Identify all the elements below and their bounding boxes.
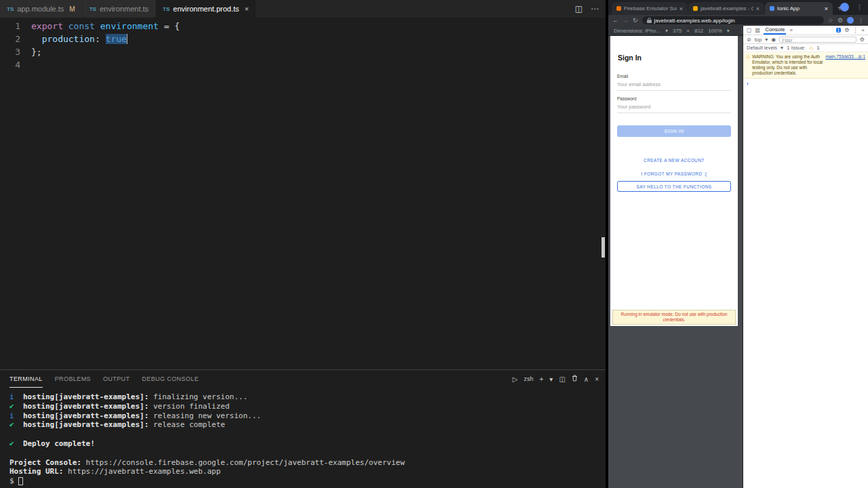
browser-tab[interactable]: Firebase Emulator Suite× [612, 2, 688, 15]
tab-close-icon[interactable]: × [825, 5, 828, 12]
maximize-panel-icon[interactable]: ∧ [584, 375, 589, 383]
new-terminal-icon[interactable]: + [540, 375, 544, 383]
console-levels-bar: Default levels ▾ 1 Issue: ⚠ 1 [743, 44, 868, 52]
tab-close-icon[interactable]: × [756, 5, 760, 12]
code-editor[interactable]: 1export const environment = {2 productio… [0, 18, 606, 369]
browser-content: Dimensions: iPho... ▾ 375 × 812 100% ▾ ⋮… [608, 26, 868, 488]
issues-label[interactable]: 1 Issue: [787, 45, 806, 51]
dimensions-times: × [686, 28, 690, 34]
url-text: javebratt-examples.web.app/login [654, 18, 735, 24]
panel-tab[interactable]: TERMINAL [9, 370, 43, 388]
zoom-caret-icon[interactable]: ▾ [727, 28, 730, 34]
login-form: Email Your email address Password Your p… [610, 74, 738, 192]
code-line: 4 [0, 58, 606, 71]
inspect-element-icon[interactable]: ▢ [747, 27, 752, 33]
context-caret-icon[interactable]: ▾ [765, 37, 768, 43]
line-number: 4 [0, 58, 31, 71]
editor-tab[interactable]: TSenvironment.ts [83, 0, 156, 18]
panel-tab[interactable]: DEBUG CONSOLE [142, 370, 199, 388]
padlock-icon [647, 18, 652, 23]
log-levels-select[interactable]: Default levels [747, 45, 777, 51]
typescript-file-icon: TS [90, 6, 96, 12]
editor-more-actions-icon[interactable]: ⋯ [591, 4, 599, 14]
console-prompt[interactable]: › [743, 79, 868, 89]
line-number: 2 [0, 33, 31, 45]
toolbar-menu-icon[interactable]: ⋮ [858, 17, 864, 24]
issues-badge[interactable]: 1 [836, 28, 842, 33]
forward-icon[interactable]: → [623, 17, 629, 24]
panel-tabs: TERMINALPROBLEMSOUTPUTDEBUG CONSOLE [9, 370, 211, 388]
panel-tab[interactable]: OUTPUT [103, 370, 130, 388]
warning-source-link[interactable]: main.753dd33....js:1 [825, 54, 865, 76]
eye-icon[interactable]: ◉ [771, 37, 776, 43]
terminal-line: ✔ hosting[javebratt-examples]: version f… [9, 402, 606, 411]
tab-close-icon[interactable]: × [245, 5, 249, 13]
profile-avatar[interactable] [840, 3, 849, 12]
terminal-line: ✔ hosting[javebratt-examples]: release c… [9, 420, 606, 430]
typescript-file-icon: TS [163, 6, 170, 12]
profile-avatar-small[interactable] [847, 17, 854, 24]
back-icon[interactable]: ← [612, 17, 618, 24]
split-editor-icon[interactable]: ◫ [575, 4, 583, 14]
sign-in-button[interactable]: SIGN IN [617, 125, 731, 137]
shell-label: zsh [524, 375, 533, 382]
device-mode-area: Dimensions: iPho... ▾ 375 × 812 100% ▾ ⋮… [608, 26, 743, 488]
tab-close-icon[interactable]: × [679, 5, 683, 12]
console-tab[interactable]: Console [764, 26, 786, 35]
browser-tab[interactable]: Ionic App× [765, 2, 833, 15]
browser-tabs: Firebase Emulator Suite×javebratt-exampl… [612, 2, 833, 15]
tab-title: Ionic App [777, 5, 822, 12]
console-warning-message: ⚠ WARNING: You are using the Auth Emulat… [743, 52, 868, 79]
terminal-output[interactable]: i hosting[javebratt-examples]: finalizin… [0, 388, 606, 486]
tab-title: Firebase Emulator Suite [624, 5, 677, 12]
forgot-password-link[interactable]: I FORGOT MY PASSWORD :( [617, 171, 731, 176]
tab-modified-badge: M [69, 5, 75, 13]
say-hello-button[interactable]: SAY HELLO TO THE FUNCTIONS [617, 181, 731, 192]
browser-tab[interactable]: javebratt-examples - Ov...× [688, 2, 764, 15]
device-height[interactable]: 812 [694, 28, 703, 34]
device-select[interactable]: Dimensions: iPho... [614, 28, 660, 34]
browser-tab-strip: Firebase Emulator Suite×javebratt-exampl… [608, 0, 868, 15]
device-toggle-icon[interactable]: ▥ [755, 27, 761, 33]
issues-count-text: 1 [816, 45, 819, 51]
tab-favicon [616, 6, 621, 11]
terminal-line [9, 449, 606, 458]
email-input[interactable]: Your email address [617, 80, 731, 91]
code-line: 1export const environment = { [0, 20, 606, 33]
more-tabs-icon[interactable]: » [789, 27, 792, 33]
extensions-icon[interactable]: ⚙ [837, 17, 843, 24]
device-zoom[interactable]: 100% [708, 28, 722, 34]
launch-profile-icon[interactable]: ▷ [513, 375, 518, 383]
device-canvas: Sign In Email Your email address Passwor… [608, 36, 743, 488]
filter-settings-icon[interactable]: ⚙ [860, 37, 865, 43]
device-select-caret-icon[interactable]: ▾ [665, 28, 668, 34]
editor-tab[interactable]: TSenvironment.prod.ts× [156, 0, 256, 18]
trash-icon [572, 375, 578, 382]
devtools-menu-icon[interactable]: ⋮ [852, 27, 858, 33]
context-select[interactable]: top [755, 37, 762, 43]
create-account-link[interactable]: CREATE A NEW ACCOUNT [617, 158, 731, 163]
devtools-close-icon[interactable]: × [861, 27, 865, 33]
panel-tab[interactable]: PROBLEMS [55, 370, 91, 388]
reload-icon[interactable]: ↻ [633, 17, 638, 24]
editor-tab-bar: TSapp.module.tsMTSenvironment.tsTSenviro… [0, 0, 606, 18]
bookmark-star-icon[interactable]: ☆ [828, 17, 833, 24]
password-input[interactable]: Your password [617, 102, 731, 113]
kill-terminal-icon[interactable] [572, 375, 578, 383]
levels-caret-icon[interactable]: ▾ [781, 45, 783, 51]
clear-console-icon[interactable]: ⊘ [747, 37, 751, 43]
browser-menu-icon[interactable]: ⋮ [856, 3, 863, 10]
devtools-settings-icon[interactable]: ⚙ [844, 27, 849, 33]
password-field-group: Password Your password [617, 96, 731, 113]
editor-tab[interactable]: TSapp.module.tsM [0, 0, 83, 18]
device-width[interactable]: 375 [673, 28, 682, 34]
split-terminal-icon[interactable]: ◫ [559, 375, 565, 383]
editor-scrollbar[interactable] [601, 237, 605, 258]
code-lines: 1export const environment = {2 productio… [0, 20, 606, 71]
issue-warning-icon: ⚠ [809, 45, 813, 51]
terminal-dropdown-icon[interactable]: ▾ [549, 375, 553, 383]
close-panel-icon[interactable]: × [595, 375, 599, 383]
address-bar[interactable]: javebratt-examples.web.app/login [642, 16, 824, 24]
editor-tabs: TSapp.module.tsMTSenvironment.tsTSenviro… [0, 0, 256, 18]
console-filter-input[interactable]: Filter [779, 37, 856, 43]
